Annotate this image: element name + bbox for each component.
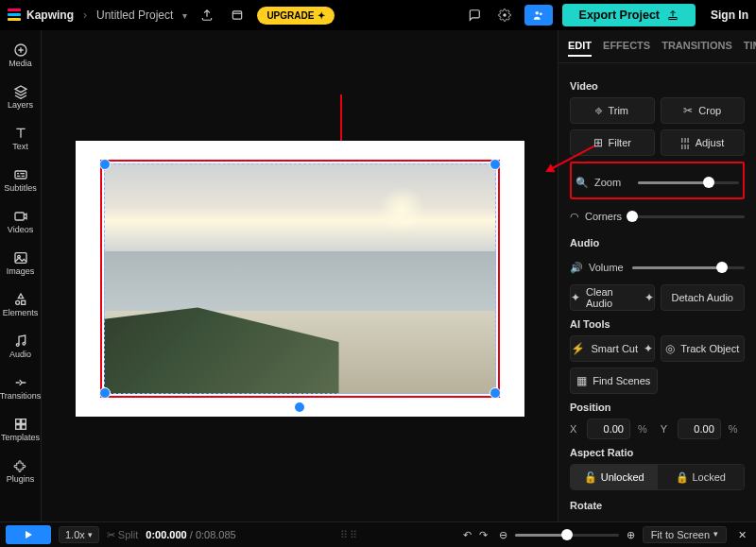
svg-point-10 [15, 300, 19, 304]
timeline-zoom-slider[interactable] [515, 528, 619, 541]
playback-speed[interactable]: 1.0x▾ [59, 526, 99, 543]
crop-button[interactable]: ✂Crop [661, 97, 746, 124]
zoom-label: Zoom [594, 177, 621, 188]
resize-handle-br[interactable] [490, 387, 501, 399]
close-icon[interactable]: ✕ [734, 529, 750, 541]
project-name[interactable]: Untitled Project [96, 9, 173, 22]
aspect-locked-label: Locked [693, 471, 726, 483]
zoom-slider[interactable] [638, 176, 739, 189]
rail-label: Videos [8, 226, 33, 234]
position-y-input[interactable]: 0.00 [678, 419, 721, 439]
plus-circle-icon [13, 43, 28, 58]
svg-point-3 [539, 12, 541, 15]
adjust-label: Adjust [696, 137, 725, 148]
redo-icon[interactable]: ↷ [479, 529, 488, 541]
settings-icon[interactable] [494, 5, 515, 26]
svg-rect-6 [15, 171, 26, 179]
tab-timing[interactable]: TIMING [744, 40, 756, 57]
history-icon[interactable] [227, 5, 248, 26]
position-x-input[interactable]: 0.00 [587, 419, 630, 439]
volume-row: 🔊Volume [570, 254, 745, 281]
upgrade-button[interactable]: UPGRADE ✦ [257, 7, 335, 25]
fit-dropdown[interactable]: Fit to Screen▾ [643, 526, 727, 543]
trim-button[interactable]: ⎆Trim [570, 97, 655, 124]
clean-audio-button[interactable]: ✦Clean Audio✦ [570, 284, 655, 311]
target-icon: ◎ [665, 342, 675, 355]
rail-plugins[interactable]: Plugins [2, 452, 40, 489]
rail-videos[interactable]: Videos [2, 202, 40, 240]
play-icon [23, 529, 34, 540]
export-button[interactable]: Export Project [562, 4, 696, 26]
lock-icon: 🔒 [676, 471, 689, 484]
rail-label: Text [12, 143, 28, 151]
rail-transitions[interactable]: Transitions [2, 368, 40, 406]
track-object-button[interactable]: ◎Track Object [661, 335, 746, 362]
find-scenes-button[interactable]: ▦Find Scenes [570, 368, 658, 394]
canvas[interactable] [42, 30, 558, 521]
clean-audio-label: Clean Audio [586, 286, 639, 309]
zoom-in-icon[interactable]: ⊕ [627, 529, 635, 541]
svg-rect-4 [669, 18, 677, 20]
section-ai-title: AI Tools [570, 318, 745, 330]
zoom-row: 🔍Zoom [576, 169, 739, 196]
share-collab-button[interactable] [524, 5, 553, 26]
rotate-handle[interactable] [293, 401, 306, 414]
main: Media Layers Text Subtitles Videos Image… [0, 30, 756, 521]
image-icon [13, 250, 28, 265]
rail-media[interactable]: Media [2, 36, 40, 74]
track-label: Track Object [680, 343, 739, 354]
filter-button[interactable]: ⊞Filter [570, 129, 655, 156]
current-time: 0:00.000 [146, 529, 186, 540]
export-label: Export Project [579, 9, 660, 22]
speed-label: 1.0x [65, 529, 85, 540]
scenes-label: Find Scenes [593, 375, 650, 386]
play-button[interactable] [6, 525, 51, 544]
panel-body: Video ⎆Trim ✂Crop ⊞Filter ¦¦¦Adjust 🔍Zoo… [558, 63, 756, 521]
position-x-unit: % [638, 423, 647, 435]
tab-effects[interactable]: EFFECTS [603, 40, 650, 57]
resize-handle-tl[interactable] [99, 159, 111, 170]
signin-link[interactable]: Sign In [711, 9, 748, 22]
svg-rect-15 [21, 419, 26, 423]
section-position-title: Position [570, 402, 745, 413]
aspect-locked-button[interactable]: 🔒Locked [658, 465, 745, 489]
app-logo[interactable]: Kapwing [8, 9, 74, 22]
position-x-label: X [570, 423, 579, 435]
chevron-down-icon[interactable]: ▾ [182, 10, 187, 21]
rail-templates[interactable]: Templates [2, 410, 40, 448]
smart-cut-button[interactable]: ⚡Smart Cut✦ [570, 335, 655, 362]
rail-text[interactable]: Text [2, 119, 40, 157]
undo-icon[interactable]: ↶ [463, 529, 472, 541]
music-icon [13, 333, 28, 349]
volume-slider[interactable] [632, 261, 745, 274]
adjust-button[interactable]: ¦¦¦Adjust [661, 129, 746, 156]
shapes-icon [13, 292, 28, 307]
rail-audio[interactable]: Audio [2, 327, 40, 365]
resize-handle-tr[interactable] [490, 159, 501, 170]
tab-transitions[interactable]: TRANSITIONS [662, 40, 732, 57]
rail-subtitles[interactable]: Subtitles [2, 161, 40, 198]
aspect-seg: 🔓Unlocked 🔒Locked [570, 464, 745, 490]
zoom-out-icon[interactable]: ⊖ [499, 529, 507, 541]
sparkle-icon: ✦ [318, 10, 325, 21]
rail-label: Elements [3, 309, 39, 317]
timeline-grip-icon[interactable]: ⠿⠿ [244, 529, 455, 541]
upload-icon[interactable] [197, 5, 217, 26]
rail-layers[interactable]: Layers [2, 77, 40, 115]
subtitles-icon [13, 167, 28, 182]
sliders-icon: ¦¦¦ [680, 136, 689, 149]
chevron-down-icon: ▾ [713, 529, 718, 540]
comments-icon[interactable] [464, 5, 485, 26]
selection-box[interactable] [104, 163, 496, 394]
tab-edit[interactable]: EDIT [568, 40, 592, 57]
rail-images[interactable]: Images [2, 244, 40, 282]
aspect-unlocked-button[interactable]: 🔓Unlocked [571, 465, 658, 489]
sparkle-icon: ✦ [571, 291, 580, 304]
resize-handle-bl[interactable] [99, 387, 111, 399]
corners-slider[interactable] [632, 210, 745, 223]
detach-audio-button[interactable]: Detach Audio [661, 284, 746, 311]
filter-icon: ⊞ [593, 136, 603, 149]
left-rail: Media Layers Text Subtitles Videos Image… [0, 30, 42, 521]
position-y-unit: % [729, 423, 738, 435]
rail-elements[interactable]: Elements [2, 285, 40, 323]
